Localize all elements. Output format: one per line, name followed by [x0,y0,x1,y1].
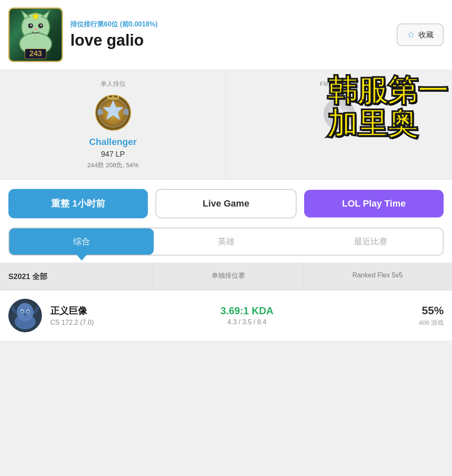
champion-cs: CS 172.2 (7.0) [50,319,176,326]
stats-col-season: S2021 全部 [0,263,154,290]
solo-rank-name: Challenger [89,137,137,147]
favorite-button[interactable]: ☆ 收藏 [397,23,444,46]
kda-detail: 4.3 / 3.5 / 8.4 [184,318,310,326]
champion-kda: 3.69:1 KDA 4.3 / 3.5 / 8.4 [184,305,310,326]
solo-record: 244胜 208负, 54% [87,161,139,169]
champion-name: 正义巨像 [50,305,176,317]
challenger-icon [94,94,132,132]
kda-ratio: 3.69:1 KDA [184,305,310,317]
champion-info: 正义巨像 CS 172.2 (7.0) [50,305,176,326]
stats-header: S2021 全部 单独排位赛 Ranked Flex 5v5 [0,263,452,290]
champion-avatar: 243 [8,8,63,62]
tab-champions[interactable]: 英雄 [154,228,298,255]
action-buttons-row: 重整 1小时前 Live Game LOL Play Time [0,180,452,228]
rank-position-text: 排位排行第60位 (前0.0018%) [70,20,389,29]
header-info: 排位排行第60位 (前0.0018%) love galio [70,20,389,49]
champion-winrate: 55% 406 游戏 [318,304,444,327]
winrate-percent: 55% [318,304,444,317]
lol-play-time-button[interactable]: LOL Play Time [304,190,444,217]
korean-overlay: 韩服第一 加里奥 [327,74,448,140]
solo-rank-label: 单人排位 [101,80,126,88]
tab-recent-matches[interactable]: 最近比赛 [298,228,443,255]
tab-row-container: 综合 英雄 最近比赛 [0,228,452,262]
games-count: 406 游戏 [318,319,444,327]
korean-line1: 韩服第一 [327,74,448,107]
summoner-name: love galio [70,31,389,49]
svg-point-6 [30,24,32,26]
tab-overview[interactable]: 综合 [9,228,154,255]
svg-point-21 [17,303,34,321]
live-game-button[interactable]: Live Game [155,189,297,218]
solo-lp: 947 LP [101,150,125,159]
svg-point-24 [21,311,23,313]
champion-level: 243 [25,49,46,59]
stats-col-flex: Ranked Flex 5v5 [303,263,452,290]
refresh-button[interactable]: 重整 1小时前 [8,189,148,218]
svg-rect-16 [117,96,119,99]
svg-point-9 [34,28,37,30]
stats-col-solo: 单独排位赛 [154,263,303,290]
rank-section: 单人排位 [0,70,452,180]
champion-thumbnail [8,299,42,332]
champion-stat-row: 正义巨像 CS 172.2 (7.0) 3.69:1 KDA 4.3 / 3.5… [0,290,452,341]
solo-rank-panel: 单人排位 [0,70,226,179]
svg-point-7 [40,24,42,26]
korean-line2: 加里奥 [327,107,448,140]
tab-row: 综合 英雄 最近比赛 [8,228,444,256]
svg-point-25 [27,311,29,313]
favorite-label: 收藏 [418,30,434,40]
flex-rank-panel: Flex 5:5 Rank 韩服第一 加里奥 [226,70,452,179]
page-header: 243 排位排行第60位 (前0.0018%) love galio ☆ 收藏 [0,0,452,70]
star-icon: ☆ [407,29,415,40]
svg-rect-14 [107,96,109,99]
svg-rect-15 [112,95,114,99]
